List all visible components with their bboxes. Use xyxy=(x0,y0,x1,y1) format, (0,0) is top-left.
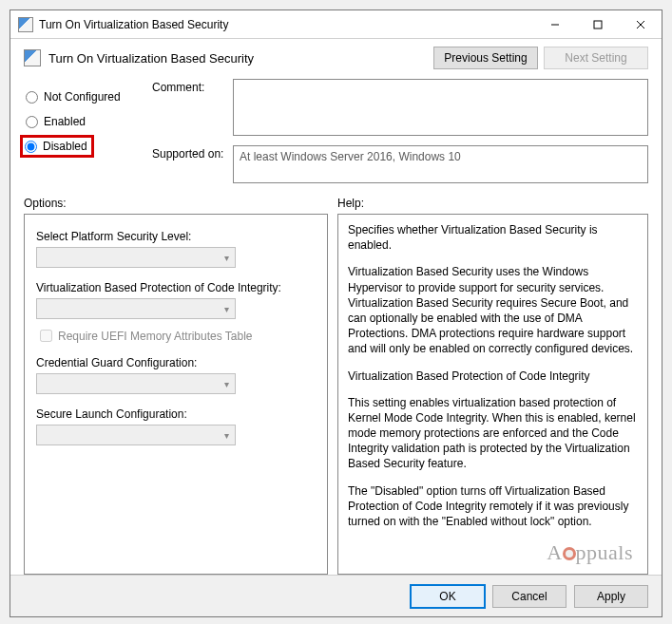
apply-button[interactable]: Apply xyxy=(574,585,648,608)
maximize-icon xyxy=(593,20,603,29)
secure-launch-label: Secure Launch Configuration: xyxy=(36,407,316,421)
cred-guard-select: ▾ xyxy=(36,373,236,394)
help-paragraph: Virtualization Based Security uses the W… xyxy=(348,264,638,356)
code-integrity-select: ▾ xyxy=(36,298,236,319)
dialog-window: Turn On Virtualization Based Security Tu… xyxy=(10,9,662,617)
uefi-checkbox xyxy=(40,330,52,342)
help-paragraph: This setting enables virtualization base… xyxy=(348,395,638,472)
radio-disabled[interactable]: Disabled xyxy=(20,135,94,158)
chevron-down-icon: ▾ xyxy=(218,304,235,314)
previous-setting-button[interactable]: Previous Setting xyxy=(433,47,538,69)
window-title: Turn On Virtualization Based Security xyxy=(39,18,533,31)
cred-guard-label: Credential Guard Configuration: xyxy=(36,356,316,369)
maximize-button[interactable] xyxy=(576,11,619,38)
secure-launch-select: ▾ xyxy=(36,425,236,445)
help-heading: Help: xyxy=(337,197,648,210)
chevron-down-icon: ▾ xyxy=(218,253,235,263)
state-radios: Not Configured Enabled Disabled xyxy=(24,79,152,183)
radio-not-configured-input[interactable] xyxy=(26,91,38,104)
code-integrity-label: Virtualization Based Protection of Code … xyxy=(36,281,316,294)
help-paragraph: Specifies whether Virtualization Based S… xyxy=(348,222,638,253)
options-pane: Select Platform Security Level: ▾ Virtua… xyxy=(24,214,328,575)
chevron-down-icon: ▾ xyxy=(218,379,235,389)
footer: OK Cancel Apply xyxy=(10,575,662,616)
supported-on-text: At least Windows Server 2016, Windows 10 xyxy=(233,145,648,183)
radio-not-configured[interactable]: Not Configured xyxy=(24,85,152,109)
section-labels: Options: Help: xyxy=(10,183,662,214)
radio-disabled-label: Disabled xyxy=(43,140,87,153)
policy-title: Turn On Virtualization Based Security xyxy=(48,51,428,66)
uefi-checkbox-row: Require UEFI Memory Attributes Table xyxy=(36,327,316,345)
policy-icon xyxy=(24,49,41,66)
radio-disabled-row: Disabled xyxy=(24,134,152,159)
close-icon xyxy=(636,20,645,29)
chevron-down-icon: ▾ xyxy=(218,430,235,441)
radio-enabled-input[interactable] xyxy=(26,116,38,128)
radio-enabled-label: Enabled xyxy=(44,115,86,128)
options-heading: Options: xyxy=(24,197,337,210)
help-pane[interactable]: Specifies whether Virtualization Based S… xyxy=(337,214,648,575)
titlebar: Turn On Virtualization Based Security xyxy=(10,10,662,39)
platform-level-label: Select Platform Security Level: xyxy=(36,230,316,243)
ok-button[interactable]: OK xyxy=(411,585,485,608)
header: Turn On Virtualization Based Security Pr… xyxy=(10,39,662,75)
close-button[interactable] xyxy=(619,11,662,38)
radio-enabled[interactable]: Enabled xyxy=(24,109,152,134)
platform-level-select: ▾ xyxy=(36,247,236,268)
radio-disabled-input[interactable] xyxy=(25,141,37,153)
help-paragraph: Virtualization Based Protection of Code … xyxy=(348,369,638,384)
cancel-button[interactable]: Cancel xyxy=(492,585,566,608)
comment-textarea[interactable] xyxy=(233,79,648,136)
radio-not-configured-label: Not Configured xyxy=(44,90,121,104)
supported-label: Supported on: xyxy=(152,145,233,161)
next-setting-button: Next Setting xyxy=(544,47,648,69)
svg-rect-1 xyxy=(594,21,602,28)
minimize-icon xyxy=(550,20,560,29)
uefi-checkbox-label: Require UEFI Memory Attributes Table xyxy=(58,330,253,343)
panes: Select Platform Security Level: ▾ Virtua… xyxy=(10,214,662,575)
upper-area: Not Configured Enabled Disabled Comment:… xyxy=(10,75,662,183)
help-paragraph: The "Disabled" option turns off Virtuali… xyxy=(348,483,638,530)
minimize-button[interactable] xyxy=(533,11,576,38)
comment-supported-area: Comment: Supported on: At least Windows … xyxy=(152,79,648,183)
comment-label: Comment: xyxy=(152,79,233,94)
app-icon xyxy=(18,17,33,32)
